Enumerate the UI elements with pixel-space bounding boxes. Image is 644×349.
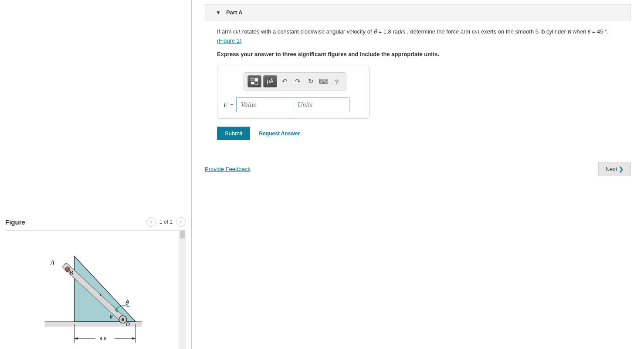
figure-link[interactable]: (Figure 1): [217, 37, 241, 44]
svg-text:r: r: [100, 292, 102, 298]
svg-point-5: [122, 318, 124, 321]
reset-button[interactable]: ↻: [305, 76, 316, 87]
problem-statement: If arm OA rotates with a constant clockw…: [192, 20, 644, 59]
svg-rect-24: [255, 82, 258, 84]
figure-body: A B r θ θ̇ O 4 ft: [5, 231, 186, 349]
next-label: Next: [606, 166, 617, 172]
undo-button[interactable]: ↶: [279, 76, 290, 87]
svg-text:θ: θ: [110, 314, 112, 320]
field-wrap: [236, 97, 349, 112]
chevron-right-icon: ❯: [619, 166, 624, 172]
scrollbar-thumb[interactable]: [180, 231, 185, 238]
right-panel: ▼ Part A If arm OA rotates with a consta…: [192, 0, 644, 349]
figure-prev-button[interactable]: ‹: [146, 217, 156, 227]
t2: rotates with a constant clockwise angula…: [241, 28, 373, 35]
svg-rect-21: [251, 78, 254, 81]
svg-rect-23: [251, 82, 254, 84]
arm-oa2: OA: [472, 28, 479, 35]
figure-title: Figure: [5, 218, 25, 226]
figure-header: Figure ‹ 1 of 1 ›: [5, 215, 186, 231]
problem-text: If arm OA rotates with a constant clockw…: [217, 27, 631, 46]
request-answer-link[interactable]: Request Answer: [259, 131, 300, 137]
equals: =: [230, 102, 234, 108]
answer-toolbar: μÅ ↶ ↷ ↻ ⌨ ?: [244, 72, 346, 91]
answer-box: μÅ ↶ ↷ ↻ ⌨ ? F =: [217, 66, 369, 119]
svg-text:B: B: [69, 270, 73, 276]
part-title: Part A: [226, 9, 243, 16]
figure-counter: 1 of 1: [159, 219, 173, 225]
figure-panel: Figure ‹ 1 of 1 ›: [0, 215, 191, 349]
svg-text:A: A: [50, 259, 54, 266]
svg-marker-2: [75, 256, 136, 322]
templates-icon: [251, 78, 258, 85]
provide-feedback-link[interactable]: Provide Feedback: [205, 166, 251, 172]
t1: If arm: [217, 28, 233, 35]
part-header[interactable]: ▼ Part A: [205, 4, 631, 20]
svg-text:O: O: [126, 321, 130, 327]
figure-next-button[interactable]: ›: [176, 217, 186, 227]
figure-nav: ‹ 1 of 1 ›: [146, 217, 186, 227]
help-button[interactable]: ?: [331, 76, 342, 87]
special-chars-button[interactable]: μÅ: [263, 75, 277, 87]
thetadotval: = 1.8 rad/s: [377, 28, 405, 35]
arm-oa: OA: [233, 28, 241, 35]
svg-text:4 ft: 4 ft: [100, 336, 107, 341]
redo-button[interactable]: ↷: [292, 76, 303, 87]
figure-scrollbar[interactable]: [179, 231, 186, 349]
feedback-row: Provide Feedback Next ❯: [205, 162, 631, 176]
thetaval: = 45 °.: [590, 28, 609, 35]
t3: . determine the force arm: [405, 28, 471, 35]
svg-marker-19: [132, 337, 136, 340]
svg-text:θ̇: θ̇: [125, 299, 129, 306]
value-input[interactable]: [236, 97, 293, 112]
submit-row: Submit Request Answer: [217, 127, 644, 140]
t5: when: [571, 28, 587, 35]
svg-marker-18: [75, 337, 78, 340]
input-row: F =: [224, 97, 363, 112]
left-panel: Figure ‹ 1 of 1 ›: [0, 0, 192, 349]
svg-rect-22: [255, 78, 258, 81]
submit-button[interactable]: Submit: [217, 127, 250, 140]
variable-label: F: [224, 101, 227, 109]
t4: exerts on the smooth 5-lb cylinder: [479, 28, 567, 35]
caret-down-icon: ▼: [216, 10, 221, 16]
keyboard-button[interactable]: ⌨: [318, 76, 329, 87]
templates-button[interactable]: [247, 75, 261, 87]
instruction: Express your answer to three significant…: [217, 50, 631, 59]
next-button[interactable]: Next ❯: [598, 162, 631, 176]
thetadot: θ̇: [373, 28, 377, 35]
units-input[interactable]: [293, 97, 349, 112]
figure-image: A B r θ θ̇ O 4 ft: [31, 239, 159, 349]
